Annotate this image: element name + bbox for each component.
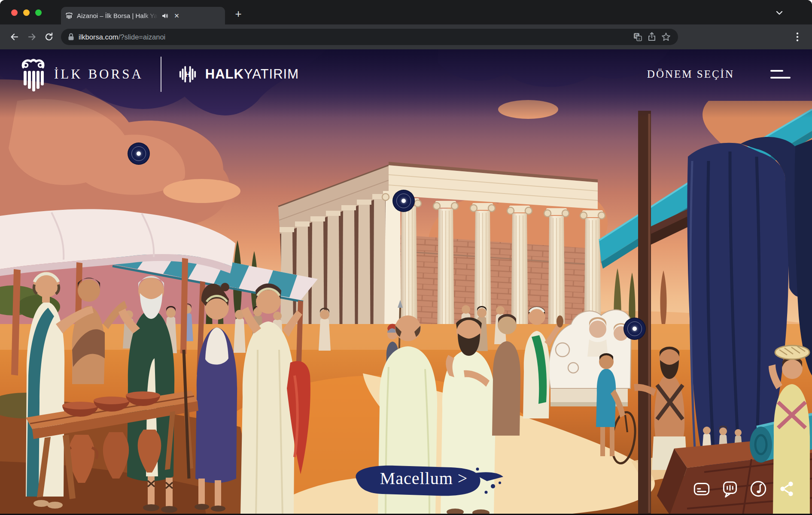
kebab-menu-icon[interactable] [789, 28, 806, 45]
url-path: /?slide=aizanoi [119, 33, 166, 41]
captions-icon[interactable] [692, 479, 712, 499]
hotspot-marker-2[interactable] [392, 190, 415, 212]
column-icon [20, 57, 46, 91]
close-window-button[interactable] [11, 9, 18, 16]
close-tab-button[interactable]: ✕ [172, 11, 182, 21]
traffic-lights [11, 9, 42, 16]
forward-button[interactable] [23, 28, 40, 45]
url-text: ilkborsa.com/?slide=aizanoi [79, 33, 165, 41]
site-header: İLK BORSA H HALKYATIRIM DÖNEM SEÇİN [0, 49, 812, 99]
bookmark-star-icon[interactable] [661, 32, 671, 42]
svg-text:H: H [185, 70, 190, 78]
hamburger-icon[interactable] [768, 67, 793, 81]
reload-button[interactable] [40, 28, 58, 45]
ilk-borsa-wordmark: İLK BORSA [54, 67, 143, 82]
brand-block: İLK BORSA H HALKYATIRIM [20, 57, 299, 92]
aizanoi-illustration [0, 49, 812, 515]
maximize-window-button[interactable] [35, 9, 42, 16]
lock-icon [68, 33, 74, 41]
tab-title: Aizanoi – İlk Borsa | Halk Ya [77, 12, 158, 19]
address-bar[interactable]: ilkborsa.com/?slide=aizanoi Gx [61, 29, 678, 45]
speaker-icon[interactable] [161, 12, 168, 19]
macellum-label[interactable]: Macellum > [344, 460, 515, 505]
url-domain: ilkborsa.com [79, 33, 119, 41]
halk-yatirim-wordmark: HALKYATIRIM [205, 67, 299, 82]
translate-icon[interactable]: Gx [633, 32, 643, 42]
macellum-text: Macellum > [362, 468, 486, 488]
period-select-button[interactable]: DÖNEM SEÇİN [647, 68, 734, 80]
minimize-window-button[interactable] [23, 9, 30, 16]
scene-action-bar [692, 479, 797, 499]
svg-text:x: x [639, 37, 640, 41]
share-network-icon[interactable] [777, 479, 797, 499]
hotspot-marker-3[interactable] [623, 318, 646, 340]
column-icon [65, 12, 73, 20]
browser-tab[interactable]: Aizanoi – İlk Borsa | Halk Ya ✕ [61, 7, 225, 24]
comments-icon[interactable] [720, 479, 740, 499]
share-icon[interactable] [647, 32, 657, 42]
page-content: İLK BORSA H HALKYATIRIM DÖNEM SEÇİN [0, 49, 812, 515]
brand-divider [161, 57, 161, 92]
back-button[interactable] [6, 28, 23, 45]
new-tab-button[interactable]: + [231, 6, 246, 21]
browser-toolbar: ilkborsa.com/?slide=aizanoi Gx [0, 24, 812, 49]
hotspot-marker-1[interactable] [128, 142, 150, 165]
music-icon[interactable] [748, 479, 768, 499]
browser-window: Aizanoi – İlk Borsa | Halk Ya ✕ + [0, 0, 812, 515]
halk-icon: H [179, 64, 197, 85]
tab-strip: Aizanoi – İlk Borsa | Halk Ya ✕ + [0, 0, 812, 24]
chevron-down-icon[interactable] [775, 9, 784, 17]
